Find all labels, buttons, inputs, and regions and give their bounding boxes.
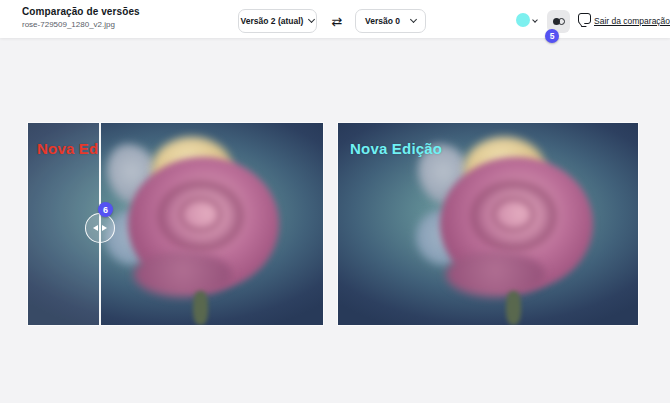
comparison-slider-handle[interactable] — [85, 213, 115, 243]
swap-versions-button[interactable]: ⇄ — [327, 9, 347, 33]
version-select-compare[interactable]: Versão 0 — [355, 9, 426, 33]
step-badge-6: 6 — [98, 202, 113, 217]
file-name: rose-729509_1280_v2.jpg — [22, 20, 140, 29]
version-select-compare-label: Versão 0 — [365, 16, 400, 26]
version-select-current[interactable]: Versão 2 (atual) — [238, 9, 317, 33]
exit-comparison-link[interactable]: Sair da comparação — [594, 16, 670, 26]
compare-circles-icon — [553, 18, 565, 25]
comparison-pane-static: Nova Edição — [338, 123, 638, 325]
chevron-down-icon — [410, 16, 417, 23]
step-badge-5: 5 — [545, 29, 559, 43]
arrow-right-icon — [102, 225, 107, 231]
version-comparison-screen: Comparação de versões rose-729509_1280_v… — [0, 0, 670, 403]
version-select-current-label: Versão 2 (atual) — [241, 16, 304, 26]
comment-icon[interactable] — [578, 13, 591, 24]
rose-stem — [193, 291, 208, 325]
page-title: Comparação de versões — [22, 6, 140, 17]
overlay-text-left: Nova Edição — [37, 140, 100, 157]
user-avatar[interactable] — [516, 13, 530, 27]
rose-swirl-inner — [492, 197, 535, 232]
overlay-text-right: Nova Edição — [350, 140, 442, 157]
chevron-down-icon — [308, 16, 315, 23]
title-block: Comparação de versões rose-729509_1280_v… — [22, 6, 140, 29]
avatar-chevron-down-icon[interactable] — [532, 17, 538, 23]
header-bar: Comparação de versões rose-729509_1280_v… — [0, 0, 670, 38]
swap-arrows-icon: ⇄ — [332, 14, 343, 29]
rose-stem — [506, 291, 521, 325]
compare-circle-filled — [553, 18, 560, 25]
arrow-left-icon — [93, 225, 98, 231]
comparison-pane-slider: Nova Edição 6 — [28, 123, 323, 325]
rose-lower-petal — [134, 252, 231, 296]
rose-swirl-inner — [179, 197, 221, 232]
rose-lower-petal — [446, 252, 545, 296]
